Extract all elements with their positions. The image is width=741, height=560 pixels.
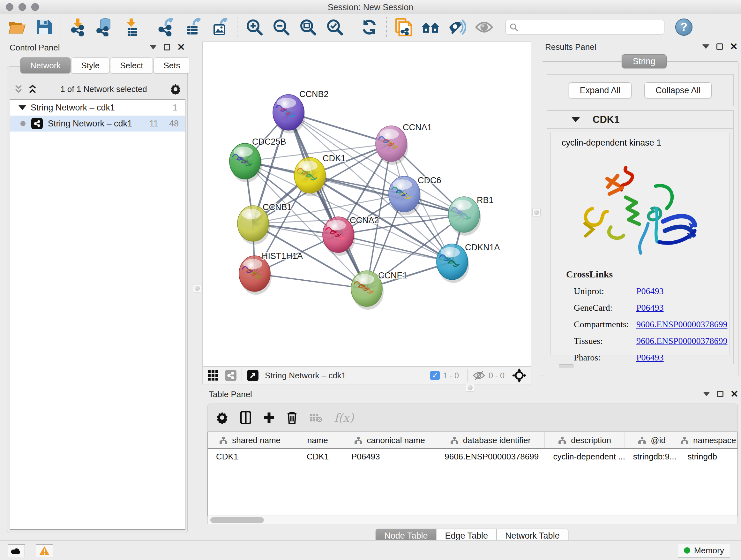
warnings-button[interactable] [36, 544, 53, 557]
home-icon[interactable] [421, 18, 440, 37]
table-cell[interactable]: cyclin-dependent ... [545, 449, 624, 464]
tab-select[interactable]: Select [110, 57, 153, 73]
collapse-all-icon[interactable] [14, 84, 23, 94]
export-image-icon[interactable] [211, 18, 229, 37]
hide-selected-icon[interactable] [448, 18, 467, 37]
results-scrollbar-thumb[interactable] [559, 364, 574, 368]
import-table-file-icon[interactable] [123, 18, 141, 37]
import-network-file-icon[interactable] [69, 18, 87, 37]
column-header-namespace[interactable]: namespace [679, 432, 738, 448]
panel-minimize-icon[interactable] [703, 392, 710, 396]
table-cell[interactable]: stringdb:9... [625, 449, 679, 464]
zoom-out-icon[interactable] [272, 18, 290, 37]
network-node-ccne1[interactable]: CCNE1 [351, 271, 408, 310]
network-node-hist1h1a[interactable]: HIST1H1A [239, 251, 303, 295]
column-header-description[interactable]: description [545, 432, 624, 448]
open-in-new-window-icon[interactable] [247, 370, 259, 381]
network-row[interactable]: String Network – cdk1 11 48 [10, 116, 185, 132]
panel-close-icon[interactable]: ✕ [177, 44, 185, 51]
search-icon [510, 23, 518, 31]
export-table-icon[interactable] [184, 18, 202, 37]
show-columns-icon[interactable] [240, 411, 251, 424]
expand-all-icon[interactable] [28, 84, 37, 94]
table-cell[interactable]: CDK1 [208, 449, 292, 464]
birds-eye-view-icon[interactable] [512, 368, 526, 382]
grid-view-icon[interactable] [207, 369, 219, 381]
scrollbar-thumb[interactable] [210, 517, 264, 523]
import-network-database-icon[interactable] [96, 18, 114, 37]
table-cell[interactable]: stringdb [679, 449, 738, 464]
network-share-icon[interactable] [225, 370, 237, 381]
export-network-icon[interactable] [157, 18, 176, 37]
clone-network-icon[interactable] [394, 18, 413, 37]
network-edge[interactable] [288, 112, 367, 289]
network-view-canvas[interactable]: CCNB2 CCNA1 CDC25B CDK1 CDC6 RB1 CCNB1 [202, 42, 531, 367]
tab-string[interactable]: String [622, 54, 667, 68]
network-node-rb1[interactable]: RB1 [448, 195, 494, 236]
delete-column-icon[interactable] [287, 411, 297, 424]
memory-button[interactable]: Memory [678, 543, 730, 558]
tab-sets[interactable]: Sets [153, 57, 190, 73]
network-node-ccnb1[interactable]: CCNB1 [238, 202, 292, 245]
zoom-selected-icon[interactable] [326, 18, 344, 37]
add-column-icon[interactable] [263, 412, 275, 423]
selected-checkbox-icon[interactable]: ✓ [430, 371, 440, 380]
network-node-cdc6[interactable]: CDC6 [389, 176, 441, 215]
crosslink-link[interactable]: 9606.ENSP00000378699 [636, 319, 727, 329]
panel-float-icon[interactable] [717, 391, 724, 397]
network-graph[interactable]: CCNB2 CCNA1 CDC25B CDK1 CDC6 RB1 CCNB1 [203, 42, 531, 366]
crosslink-link[interactable]: P06493 [636, 303, 664, 313]
network-node-cdc25b[interactable]: CDC25B [229, 137, 286, 182]
zoom-in-icon[interactable] [245, 18, 264, 37]
help-icon[interactable]: ? [675, 18, 692, 36]
column-header-id[interactable]: @id [625, 432, 679, 448]
search-input[interactable] [521, 23, 660, 32]
panel-minimize-icon[interactable] [702, 44, 710, 49]
node-table-grid[interactable]: shared namenamecanonical namedatabase id… [207, 432, 738, 516]
network-node-ccna1[interactable]: CCNA1 [376, 123, 432, 165]
panel-close-icon[interactable]: ✕ [730, 44, 738, 50]
collapse-all-button[interactable]: Collapse All [644, 82, 712, 98]
table-cell[interactable]: CDK1 [292, 449, 343, 464]
crosslink-link[interactable]: P06493 [636, 286, 664, 296]
table-settings-gear-icon[interactable] [216, 412, 228, 424]
tree-expand-caret-icon[interactable] [18, 105, 26, 110]
table-cell[interactable]: P06493 [343, 449, 436, 464]
panel-float-icon[interactable] [717, 44, 723, 50]
table-row[interactable]: CDK1CDK1P064939606.ENSP00000378699cyclin… [208, 449, 738, 464]
table-horizontal-scrollbar[interactable] [207, 516, 738, 524]
network-collection-row[interactable]: String Network – cdk1 1 [10, 100, 185, 116]
left-splitter-handle[interactable] [193, 284, 201, 293]
crosslink-link[interactable]: P06493 [636, 353, 664, 363]
node-label: CCNB2 [299, 89, 329, 99]
column-header-sharedname[interactable]: shared name [208, 432, 292, 448]
network-node-ccna2[interactable]: CCNA2 [323, 215, 379, 256]
panel-close-icon[interactable]: ✕ [731, 391, 738, 397]
collapse-caret-icon[interactable] [571, 117, 580, 122]
network-view-title: String Network – cdk1 [265, 371, 430, 381]
column-header-databaseidentifier[interactable]: database identifier [436, 432, 545, 448]
column-header-name[interactable]: name [292, 432, 343, 448]
zoom-fit-icon[interactable] [299, 18, 317, 37]
save-session-icon[interactable] [35, 18, 53, 37]
cloud-button[interactable] [8, 544, 25, 557]
show-all-icon[interactable] [475, 18, 493, 37]
network-node-ccnb2[interactable]: CCNB2 [273, 89, 329, 133]
refresh-icon[interactable] [360, 18, 379, 37]
crosslink-link[interactable]: 9606.ENSP00000378699 [636, 336, 727, 346]
hidden-eye-icon[interactable] [473, 371, 485, 380]
expand-all-button[interactable]: Expand All [569, 82, 632, 98]
results-actions: Expand All Collapse All [547, 74, 734, 106]
tab-network[interactable]: Network [20, 57, 71, 73]
network-node-cdkn1a[interactable]: CDKN1A [436, 243, 500, 283]
column-header-canonicalname[interactable]: canonical name [343, 432, 436, 448]
panel-minimize-icon[interactable] [150, 45, 157, 50]
open-session-icon[interactable] [8, 18, 26, 37]
column-label: name [307, 435, 328, 445]
node-section-header[interactable]: CDK1 [547, 111, 733, 129]
table-cell[interactable]: 9606.ENSP00000378699 [436, 449, 545, 464]
tab-style[interactable]: Style [71, 57, 110, 73]
gear-icon[interactable] [170, 84, 181, 95]
selected-count: 1 - 0 [443, 371, 459, 380]
panel-float-icon[interactable] [164, 44, 170, 51]
